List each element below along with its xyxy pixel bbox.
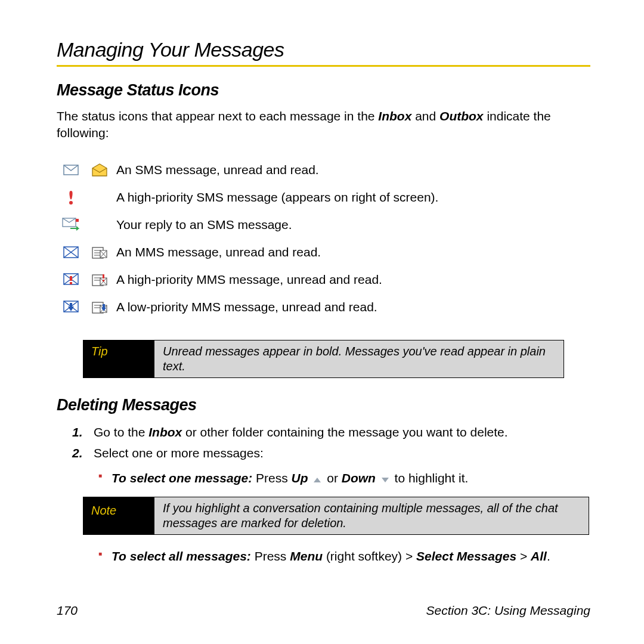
note-callout: Note If you highlight a conversation con…: [83, 497, 589, 535]
mms-unread-icon: [57, 246, 85, 258]
table-row: Your reply to an SMS message.: [57, 211, 590, 239]
manual-page: Managing Your Messages Message Status Ic…: [0, 0, 644, 644]
delete-steps: Go to the Inbox or other folder containi…: [72, 423, 590, 566]
text: and: [415, 109, 439, 123]
section-status-heading: Message Status Icons: [57, 81, 590, 100]
svg-marker-1: [92, 164, 107, 176]
note-label: Note: [83, 497, 154, 535]
table-row: A low-priority MMS message, unread and r…: [57, 293, 590, 321]
row-desc: Your reply to an SMS message.: [116, 218, 292, 232]
mms-high-read-icon: [85, 273, 114, 286]
text: Select Messages: [416, 549, 520, 563]
inbox-word: Inbox: [378, 109, 411, 123]
up-arrow-icon: [312, 470, 322, 489]
high-priority-icon: [57, 190, 85, 205]
chevron-icon: >: [520, 549, 527, 563]
svg-rect-26: [103, 274, 104, 278]
text: Select one or more messages:: [94, 446, 264, 460]
mms-read-icon: [85, 246, 114, 259]
sub-item: To select one message: Press Up or Down …: [94, 469, 590, 489]
mms-low-unread-icon: [57, 301, 85, 314]
section-label: Section 3C: Using Messaging: [426, 603, 590, 618]
title-rule: [57, 65, 590, 67]
step-2: Select one or more messages: To select o…: [72, 444, 590, 566]
tip-callout: Tip Unread messages appear in bold. Mess…: [83, 340, 564, 378]
down-arrow-icon: [380, 470, 390, 489]
tip-body: Unread messages appear in bold. Messages…: [154, 340, 564, 378]
text: (right softkey): [326, 549, 405, 563]
text: Up: [292, 471, 308, 485]
row-desc: A high-priority MMS message, unread and …: [116, 273, 382, 287]
text: To select one message:: [112, 471, 252, 485]
text: .: [547, 549, 550, 563]
text: Press: [255, 549, 290, 563]
page-number: 170: [57, 603, 78, 618]
svg-rect-27: [103, 280, 104, 281]
mms-low-read-icon: [85, 301, 114, 314]
envelope-open-icon: [85, 163, 114, 177]
text: or other folder containing the message y…: [185, 425, 508, 439]
text: to highlight it.: [395, 471, 469, 485]
status-intro: The status icons that appear next to eac…: [57, 108, 590, 142]
sub-item: To select all messages: Press Menu (righ…: [94, 547, 590, 566]
table-row: An SMS message, unread and read.: [57, 156, 590, 184]
reply-icon: [57, 218, 85, 232]
text: Menu: [290, 549, 323, 563]
icon-legend-table: An SMS message, unread and read. A high-…: [57, 156, 590, 321]
svg-rect-4: [76, 219, 79, 222]
sub-list: To select one message: Press Up or Down …: [94, 469, 590, 489]
inbox-word: Inbox: [148, 425, 182, 439]
envelope-closed-icon: [57, 165, 85, 175]
row-desc: An SMS message, unread and read.: [116, 163, 319, 177]
table-row: An MMS message, unread and read.: [57, 239, 590, 266]
svg-rect-40: [103, 304, 105, 308]
text: The status icons that appear next to eac…: [57, 109, 378, 123]
outbox-word: Outbox: [439, 109, 484, 123]
text: To select all messages:: [112, 549, 251, 563]
row-desc: An MMS message, unread and read.: [116, 245, 321, 259]
note-body: If you highlight a conversation containi…: [154, 497, 589, 535]
text: Press: [256, 471, 292, 485]
tip-label: Tip: [83, 340, 154, 378]
svg-rect-18: [70, 276, 72, 281]
sub-list-2: To select all messages: Press Menu (righ…: [94, 547, 590, 566]
mms-high-unread-icon: [57, 273, 85, 286]
table-row: A high-priority MMS message, unread and …: [57, 266, 590, 293]
chevron-icon: >: [405, 549, 413, 563]
section-delete-heading: Deleting Messages: [57, 396, 590, 414]
page-footer: 170 Section 3C: Using Messaging: [57, 603, 590, 618]
svg-marker-42: [382, 478, 389, 482]
svg-rect-32: [70, 303, 72, 306]
page-title: Managing Your Messages: [57, 38, 590, 61]
step-1: Go to the Inbox or other folder containi…: [72, 423, 590, 442]
text: or: [327, 471, 342, 485]
row-desc: A low-priority MMS message, unread and r…: [116, 300, 377, 314]
row-desc: A high-priority SMS message (appears on …: [116, 190, 438, 205]
svg-point-2: [69, 201, 73, 205]
text: Down: [342, 471, 376, 485]
text: All: [531, 549, 547, 563]
table-row: A high-priority SMS message (appears on …: [57, 184, 590, 211]
svg-marker-41: [314, 478, 321, 482]
text: Go to the: [94, 425, 148, 439]
svg-rect-19: [70, 282, 72, 284]
